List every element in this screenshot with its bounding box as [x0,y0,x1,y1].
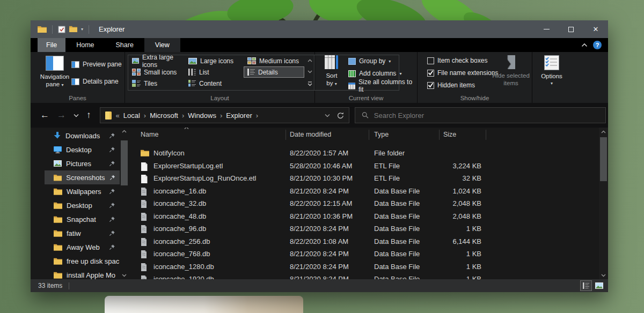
breadcrumb-item-windows[interactable]: Windows [188,111,216,120]
file-row[interactable]: iconcache_48.db 8/21/2020 10:36 PM Data … [129,211,599,223]
hide-selected-items-button[interactable]: Hide selected items [491,55,531,87]
file-row[interactable]: iconcache_1280.db 8/21/2020 8:24 PM Data… [129,261,599,274]
column-header-size[interactable]: Size [443,131,456,138]
collapse-ribbon-icon[interactable] [581,43,588,47]
item-check-boxes-checkbox[interactable]: Item check boxes [425,55,500,66]
layout-list[interactable]: List [185,66,244,78]
file-date: 8/21/2020 8:24 PM [290,225,349,233]
column-header-name[interactable]: Name [141,131,158,138]
breadcrumb-item-explorer[interactable]: Explorer [226,111,252,120]
search-box[interactable] [355,107,606,123]
file-date: 8/22/2020 1:57 AM [290,149,348,157]
recent-chevron-icon[interactable] [74,114,79,117]
hidden-items-checkbox[interactable]: Hidden items [425,79,500,91]
file-type: Data Base File [374,212,420,220]
titlebar[interactable]: ▾ Explorer ✕ [31,20,608,38]
layout-large-icons[interactable]: Large icons [185,55,244,66]
file-row[interactable]: iconcache_16.db 8/21/2020 8:24 PM Data B… [129,185,599,198]
file-row[interactable]: iconcache_32.db 8/22/2020 12:15 AM Data … [129,198,599,211]
sidebar-item-away-web[interactable]: Away Web [31,240,120,254]
preview-pane-button[interactable]: Preview pane [69,58,124,70]
layout-content[interactable]: Content [185,78,244,89]
minimize-button[interactable] [534,20,559,38]
size-all-columns-button[interactable]: Size all columns to fit [346,80,417,92]
gallery-more-icon[interactable] [308,81,312,86]
column-divider[interactable] [369,130,369,140]
navigation-pane-button[interactable]: Navigation pane ▾ [39,56,70,89]
column-divider[interactable] [286,130,286,140]
address-dropdown-icon[interactable] [325,114,330,117]
column-divider[interactable] [439,130,440,140]
layout-small-icons[interactable]: Small icons [128,66,185,78]
hidden-items-label: Hidden items [437,81,475,89]
sidebar-item-downloads[interactable]: Downloads [31,129,120,143]
file-row[interactable]: ExplorerStartupLog_RunOnce.etl 8/21/2020… [129,173,599,185]
file-row[interactable]: iconcache_256.db 8/22/2020 1:08 AM Data … [129,236,599,249]
up-icon[interactable]: ↑ [86,110,91,121]
file-row[interactable]: ExplorerStartupLog.etl 5/28/2020 10:46 A… [129,160,599,173]
chevron-down-icon[interactable]: ▾ [81,27,83,32]
details-view-button[interactable] [580,280,592,291]
sidebar-item-label: Screenshots [66,174,105,182]
properties-icon[interactable] [58,26,65,33]
sidebar-scrollbar[interactable] [120,128,128,279]
file-list-scrollbar[interactable] [599,128,608,279]
sidebar-item-snapchat[interactable]: Snapchat [31,212,120,226]
maximize-button[interactable] [559,20,583,38]
breadcrumb-item-local[interactable]: Local [123,111,140,120]
tab-home[interactable]: Home [65,38,105,52]
sidebar-item-desktop[interactable]: Desktop [31,143,120,156]
sidebar-item-wallpapers[interactable]: Wallpapers [31,184,120,198]
scroll-down-icon[interactable] [122,274,127,277]
sidebar-scrollbar-thumb[interactable] [121,140,128,185]
tab-view[interactable]: View [144,38,180,52]
sidebar-item-fatiw[interactable]: fatiw [31,226,120,240]
help-icon[interactable]: ? [593,41,602,49]
column-header-type[interactable]: Type [374,131,389,138]
file-row[interactable]: iconcache_768.db 8/21/2020 8:24 PM Data … [129,248,599,261]
forward-icon[interactable]: → [57,110,66,121]
details-pane-button[interactable]: Details pane [69,76,121,87]
gallery-scroll-down-icon[interactable] [308,70,312,73]
refresh-icon[interactable] [336,111,345,120]
column-header-date-modified[interactable]: Date modified [290,131,331,138]
sidebar-item-pictures[interactable]: Pictures [31,156,120,170]
layout-details[interactable]: Details [244,66,304,78]
scroll-up-icon[interactable] [122,130,127,133]
ribbon-group-panes: Navigation pane ▾ Preview pane Details p… [31,52,125,103]
gallery-scroll-up-icon[interactable] [308,59,312,62]
layout-extra-large-icons[interactable]: Extra large icons [128,55,185,66]
sort-by-button[interactable]: Sort by ▾ [320,55,343,88]
thumbnail-view-button[interactable] [593,280,605,291]
sidebar-item-label: Downloads [65,132,100,140]
layout-medium-icons[interactable]: Medium icons [244,55,304,66]
group-by-button[interactable]: Group by▾ [346,55,417,67]
new-folder-icon[interactable] [69,26,77,33]
file-row[interactable]: NotifyIcon 8/22/2020 1:57 AM File folder [129,147,599,160]
sidebar-item-screenshots[interactable]: Screenshots [45,170,120,184]
scroll-up-icon[interactable] [601,130,606,133]
file-list-scrollbar-thumb[interactable] [600,137,607,181]
back-icon[interactable]: ← [40,110,49,121]
gallery-item-label: Content [199,80,222,87]
sidebar-item-install-apple[interactable]: install Apple Mo [31,268,120,279]
file-name-extensions-checkbox[interactable]: File name extensions [425,67,500,79]
file-row[interactable]: iconcache_1920.db 8/21/2020 8:24 PM Data… [129,273,599,279]
sidebar-item-free-up-disk[interactable]: free up disk spac [31,254,120,268]
layout-tiles[interactable]: Tiles [128,78,185,89]
tab-share[interactable]: Share [105,38,144,52]
options-button[interactable]: Options ▾ [539,55,565,87]
scroll-down-icon[interactable] [601,274,606,277]
file-row[interactable]: iconcache_96.db 8/21/2020 8:24 PM Data B… [129,223,599,236]
breadcrumb-prefix[interactable]: « [116,111,120,120]
sidebar-item-label: Snapchat [67,215,96,223]
tab-file[interactable]: File [38,38,65,52]
column-divider[interactable] [486,130,486,140]
close-button[interactable]: ✕ [583,20,608,38]
add-columns-button[interactable]: Add columns▾ [346,68,417,79]
file-size: 1 KB [439,275,481,279]
sidebar-item-desktop-2[interactable]: Desktop [31,198,120,212]
breadcrumb-item-microsoft[interactable]: Microsoft [150,111,178,120]
search-input[interactable] [374,111,599,120]
address-bar[interactable]: « Local › Microsoft › Windows › Explorer… [100,107,349,123]
